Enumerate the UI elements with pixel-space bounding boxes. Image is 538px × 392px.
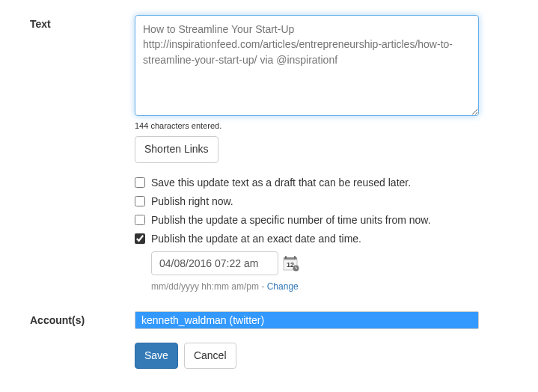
save-draft-checkbox[interactable] (135, 177, 145, 188)
svg-text:12: 12 (287, 261, 294, 269)
publish-now-checkbox[interactable] (135, 196, 145, 206)
publish-relative-checkbox[interactable] (135, 215, 145, 225)
datetime-input[interactable] (151, 251, 278, 275)
accounts-selected: kenneth_waldman (twitter) (141, 314, 264, 326)
publish-exact-label[interactable]: Publish the update at an exact date and … (151, 233, 361, 245)
publish-relative-label[interactable]: Publish the update a specific number of … (151, 214, 431, 226)
accounts-label: Account(s) (30, 311, 135, 326)
cancel-button[interactable]: Cancel (184, 343, 236, 370)
calendar-icon[interactable]: 12 (283, 255, 299, 272)
save-draft-label[interactable]: Save this update text as a draft that ca… (151, 177, 411, 189)
change-link[interactable]: Change (267, 281, 299, 292)
publish-now-label[interactable]: Publish right now. (151, 195, 233, 207)
datetime-hint: mm/dd/yyyy hh:mm am/pm - Change (151, 281, 479, 292)
publish-exact-checkbox[interactable] (135, 233, 145, 244)
svg-rect-3 (294, 256, 296, 259)
svg-rect-2 (285, 256, 287, 259)
accounts-select[interactable]: kenneth_waldman (twitter) (135, 311, 479, 329)
text-label: Text (30, 15, 135, 30)
update-text-input[interactable] (135, 15, 479, 116)
shorten-links-button[interactable]: Shorten Links (135, 136, 218, 163)
char-count: 144 characters entered. (135, 121, 479, 130)
save-button[interactable]: Save (135, 343, 178, 370)
